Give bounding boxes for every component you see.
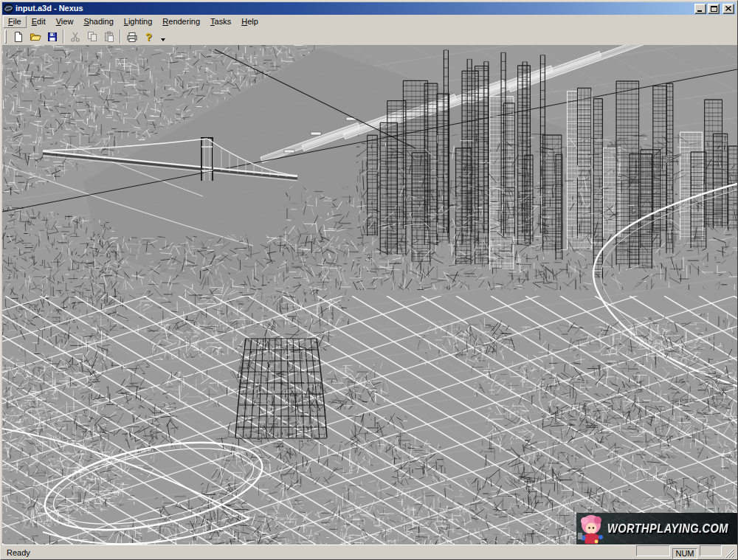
watermark-character-graphic — [576, 514, 607, 545]
status-panes: NUM — [634, 545, 722, 559]
maximize-icon — [711, 6, 717, 12]
menu-item-file[interactable]: File — [3, 15, 27, 28]
toolbar-open-button[interactable] — [27, 29, 44, 45]
close-icon — [725, 6, 731, 11]
toolbar-help-button[interactable]: ? — [140, 29, 157, 45]
resize-grip[interactable] — [724, 547, 734, 558]
toolbar-save-button[interactable] — [44, 29, 61, 45]
help-question-icon: ? — [145, 32, 152, 42]
toolbar-new-button[interactable] — [10, 29, 27, 45]
menu-item-help[interactable]: Help — [236, 15, 263, 28]
resize-grip-icon — [725, 548, 734, 558]
save-floppy-icon — [46, 31, 58, 43]
close-button[interactable] — [723, 4, 734, 14]
app-icon[interactable] — [4, 4, 13, 13]
menu-item-lighting[interactable]: Lighting — [119, 15, 158, 28]
window-title: input.a3d - Nexus — [15, 2, 694, 15]
open-folder-icon — [30, 31, 41, 43]
menu-item-edit[interactable]: Edit — [27, 15, 51, 28]
cut-scissors-icon — [69, 31, 81, 43]
toolbar-paste-button — [100, 29, 117, 45]
copy-pages-icon — [86, 31, 98, 43]
app-window: input.a3d - Nexus FileEditViewShadingLig… — [0, 0, 738, 560]
window-controls — [694, 4, 734, 14]
menu-item-tasks[interactable]: Tasks — [205, 15, 236, 28]
minimize-button[interactable] — [694, 4, 706, 14]
watermark: WORTHPLAYING.COM — [576, 513, 737, 545]
menu-item-rendering[interactable]: Rendering — [157, 15, 205, 28]
menubar: FileEditViewShadingLightingRenderingTask… — [2, 15, 736, 28]
toolbar-overflow-arrow-icon[interactable] — [161, 38, 165, 41]
toolbar-print-button[interactable] — [123, 29, 140, 45]
titlebar[interactable]: input.a3d - Nexus — [2, 2, 736, 15]
toolbar-cut-button — [66, 29, 83, 45]
watermark-text: WORTHPLAYING.COM — [607, 522, 728, 536]
toolbar-gripper[interactable] — [4, 30, 7, 44]
maximize-button[interactable] — [708, 4, 720, 14]
statusbar: Ready NUM — [2, 545, 736, 559]
status-pane-empty — [636, 545, 670, 556]
minimize-icon — [697, 6, 703, 12]
menu-item-view[interactable]: View — [51, 15, 79, 28]
viewport-3d-canvas[interactable] — [2, 45, 737, 545]
toolbar: ? — [2, 28, 736, 45]
paste-clipboard-icon — [103, 31, 115, 43]
toolbar-copy-button — [83, 29, 100, 45]
status-pane-empty — [700, 545, 722, 556]
viewport: WORTHPLAYING.COM — [2, 45, 737, 545]
new-file-icon — [13, 31, 24, 43]
status-message: Ready — [4, 546, 634, 559]
status-pane-num: NUM — [672, 548, 697, 559]
toolbar-separator — [120, 30, 121, 44]
print-printer-icon — [126, 31, 138, 43]
toolbar-separator — [63, 30, 64, 44]
menu-item-shading[interactable]: Shading — [78, 15, 118, 28]
